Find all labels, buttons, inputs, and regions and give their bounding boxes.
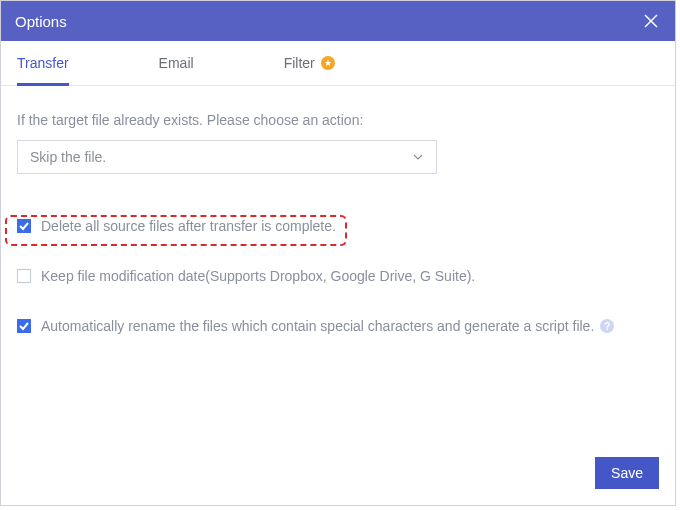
checkbox-keep-mod-date[interactable]: [17, 269, 31, 283]
chevron-down-icon: [412, 151, 424, 163]
tab-filter-label: Filter: [284, 55, 315, 71]
tab-transfer[interactable]: Transfer: [17, 41, 69, 85]
tab-bar: Transfer Email Filter ★: [1, 41, 675, 86]
check-icon: [19, 221, 29, 231]
help-icon[interactable]: ?: [600, 319, 614, 333]
instruction-text: If the target file already exists. Pleas…: [17, 112, 659, 128]
option-auto-rename-label: Automatically rename the files which con…: [41, 318, 594, 334]
option-auto-rename: Automatically rename the files which con…: [17, 318, 659, 334]
options-dialog: Options Transfer Email Filter ★ If the t…: [0, 0, 676, 506]
tab-transfer-label: Transfer: [17, 55, 69, 71]
action-select-value: Skip the file.: [30, 149, 106, 165]
star-icon: ★: [321, 56, 335, 70]
tab-email[interactable]: Email: [159, 41, 194, 85]
tab-filter[interactable]: Filter ★: [284, 41, 335, 85]
option-delete-source: Delete all source files after transfer i…: [17, 218, 659, 234]
action-select[interactable]: Skip the file.: [17, 140, 437, 174]
close-button[interactable]: [641, 11, 661, 31]
dialog-body: If the target file already exists. Pleas…: [1, 86, 675, 334]
checkbox-delete-source[interactable]: [17, 219, 31, 233]
window-title: Options: [15, 13, 67, 30]
option-delete-source-label: Delete all source files after transfer i…: [41, 218, 336, 234]
titlebar: Options: [1, 1, 675, 41]
save-button[interactable]: Save: [595, 457, 659, 489]
option-keep-mod-date: Keep file modification date(Supports Dro…: [17, 268, 659, 284]
check-icon: [19, 321, 29, 331]
checkbox-auto-rename[interactable]: [17, 319, 31, 333]
tab-email-label: Email: [159, 55, 194, 71]
option-keep-mod-date-label: Keep file modification date(Supports Dro…: [41, 268, 475, 284]
close-icon: [644, 14, 658, 28]
